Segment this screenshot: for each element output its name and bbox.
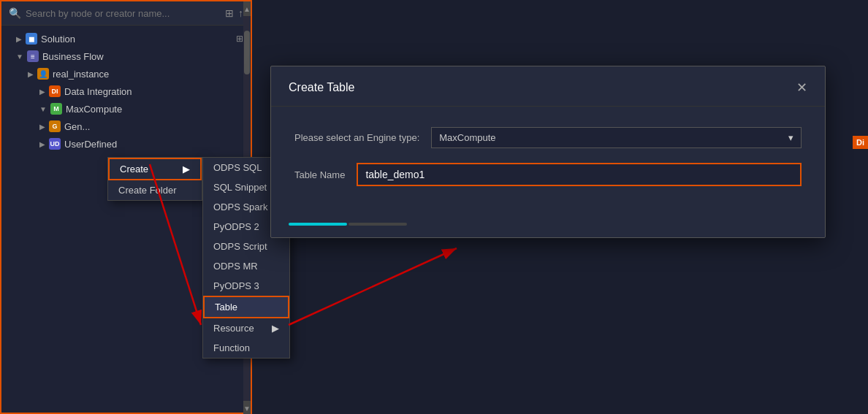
table-name-input[interactable] [357, 163, 802, 186]
submenu-pyodps-3[interactable]: PyODPS 3 [203, 276, 289, 296]
scroll-up-button[interactable]: ▲ [243, 1, 251, 16]
ud-icon: UD [49, 138, 61, 150]
create-label: Create [120, 164, 148, 175]
resource-label: Resource [213, 323, 254, 334]
dialog-title: Create Table [289, 81, 354, 94]
engine-type-row: Please select an Engine type: MaxCompute… [294, 127, 802, 148]
pyodps-2-label: PyODPS 2 [213, 221, 259, 232]
create-table-dialog: Create Table ✕ Please select an Engine t… [270, 66, 826, 238]
table-name-label: Table Name [294, 169, 345, 180]
context-menu: Create ▶ Create Folder [107, 157, 202, 201]
tree-item-userdefined[interactable]: ▶ UD UserDefined [1, 135, 251, 153]
mc-label: MaxCompute [66, 104, 122, 115]
create-folder-label: Create Folder [118, 185, 176, 196]
context-menu-create[interactable]: Create ▶ [108, 158, 202, 180]
instance-icon: 👤 [37, 68, 49, 80]
arrow-icon: ▼ [16, 53, 23, 61]
submenu-odps-script[interactable]: ODPS Script [203, 237, 289, 256]
tree-item-maxcompute[interactable]: ▼ M MaxCompute [1, 100, 251, 118]
businessflow-label: Business Flow [42, 51, 104, 62]
dialog-close-button[interactable]: ✕ [796, 80, 807, 96]
arrow-icon: ▶ [39, 123, 45, 131]
arrow-icon: ▼ [39, 105, 47, 113]
grid-icon[interactable]: ⊞ [236, 34, 243, 44]
search-bar: 🔍 ⊞ ↑ [1, 1, 251, 26]
dialog-body: Please select an Engine type: MaxCompute… [271, 107, 825, 215]
submenu-odps-mr[interactable]: ODPS MR [203, 256, 289, 276]
gen-icon: G [49, 120, 61, 132]
search-icon: 🔍 [9, 7, 21, 19]
context-menu-create-folder[interactable]: Create Folder [108, 180, 202, 200]
odps-script-label: ODPS Script [213, 241, 267, 252]
filter-icon[interactable]: ⊞ [225, 7, 234, 19]
odps-spark-label: ODPS Spark [213, 202, 267, 212]
di-label: Data Integration [64, 86, 132, 97]
tree-item-gen[interactable]: ▶ G Gen... [1, 118, 251, 135]
scroll-thumb[interactable] [244, 31, 250, 74]
export-icon[interactable]: ↑ [238, 7, 243, 19]
engine-label: Please select an Engine type: [294, 132, 419, 143]
arrow-icon: ▶ [39, 140, 45, 148]
tree-item-solution[interactable]: ▶ ◼ Solution ⊞ [1, 30, 251, 47]
odps-sql-label: ODPS SQL [213, 162, 262, 173]
tree-item-businessflow[interactable]: ▼ ≡ Business Flow [1, 47, 251, 65]
chevron-down-icon: ▾ [788, 132, 793, 143]
resource-arrow: ▶ [272, 323, 279, 334]
gen-label: Gen... [64, 121, 90, 132]
pyodps-3-label: PyODPS 3 [213, 280, 259, 291]
ud-label: UserDefined [64, 139, 117, 150]
table-name-row: Table Name [294, 163, 802, 186]
submenu-table[interactable]: Table [203, 296, 289, 318]
di-icon: DI [49, 85, 61, 97]
instance-label: real_instance [53, 69, 109, 80]
search-input[interactable] [26, 8, 221, 19]
arrow-icon: ▶ [16, 35, 22, 43]
svg-line-2 [289, 248, 457, 325]
solution-icon: ◼ [26, 33, 37, 45]
engine-value: MaxCompute [439, 132, 495, 143]
di-panel-badge: Di [853, 136, 868, 149]
arrow-icon: ▶ [28, 70, 34, 78]
tab-active[interactable] [289, 223, 347, 226]
flow-icon: ≡ [27, 50, 39, 62]
scroll-down-button[interactable]: ▼ [243, 401, 251, 414]
submenu-resource[interactable]: Resource ▶ [203, 318, 289, 338]
mc-icon: M [50, 103, 62, 115]
table-label: Table [215, 302, 237, 313]
arrow-icon: ▶ [39, 88, 45, 96]
solution-label: Solution [41, 34, 75, 45]
engine-select[interactable]: MaxCompute ▾ [431, 127, 802, 148]
submenu-arrow: ▶ [183, 164, 190, 175]
sql-snippet-label: SQL Snippet [213, 182, 267, 193]
function-label: Function [213, 342, 250, 353]
dialog-header: Create Table ✕ [271, 66, 825, 107]
submenu-function[interactable]: Function [203, 338, 289, 358]
tree-item-instance[interactable]: ▶ 👤 real_instance [1, 65, 251, 83]
tree-item-di[interactable]: ▶ DI Data Integration [1, 83, 251, 100]
tab-inactive[interactable] [349, 223, 407, 226]
odps-mr-label: ODPS MR [213, 261, 258, 272]
